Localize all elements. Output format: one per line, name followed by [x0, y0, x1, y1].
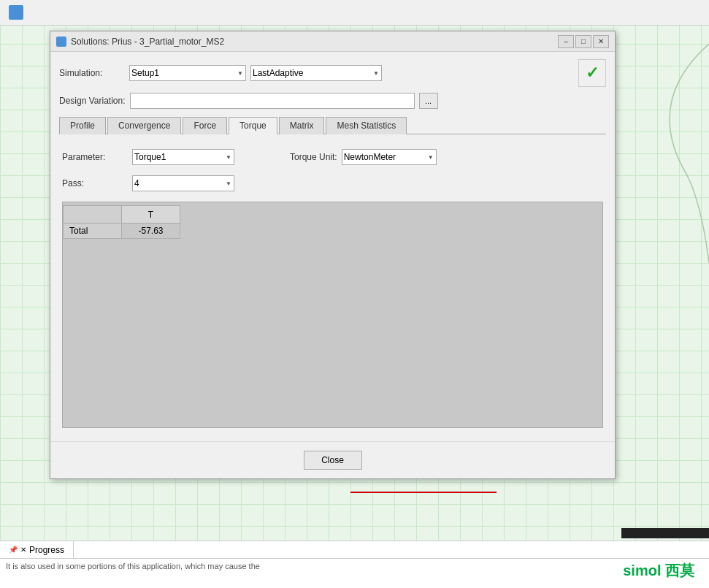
torque-unit-label: Torque Unit: [290, 152, 337, 162]
browse-button[interactable]: ... [419, 93, 438, 109]
table-cell-spacer [180, 224, 602, 239]
black-bar-accent [621, 528, 709, 538]
pass-select[interactable]: 4 [132, 175, 234, 191]
simulation-row: Simulation: Setup1 LastAdaptive ✓ [59, 59, 606, 87]
torque-unit-group: Torque Unit: NewtonMeter [290, 149, 437, 165]
parameter-group: Parameter: Torque1 [62, 149, 234, 165]
taskbar-icon [9, 5, 23, 20]
torque-unit-select[interactable]: NewtonMeter [342, 149, 437, 165]
simol-logo: simol 西莫 [623, 561, 694, 581]
title-left: Solutions: Prius - 3_Partial_motor_MS2 [56, 37, 224, 47]
close-button[interactable]: Close [304, 451, 362, 470]
parameter-select-wrapper: Torque1 [132, 149, 234, 165]
parameter-row: Parameter: Torque1 Torque Unit: NewtonMe… [62, 149, 603, 165]
table-header-t: T [122, 206, 180, 224]
torque-tab-content: Parameter: Torque1 Torque Unit: NewtonMe… [59, 143, 606, 434]
data-table-container: T Total -57.63 [62, 202, 603, 428]
parameter-select[interactable]: Torque1 [132, 149, 234, 165]
minimize-button[interactable]: – [558, 35, 574, 48]
tab-mesh-statistics[interactable]: Mesh Statistics [326, 117, 407, 134]
bottom-tab-label: Progress [29, 545, 64, 555]
tab-matrix[interactable]: Matrix [279, 117, 325, 134]
pass-group: Pass: 4 [62, 175, 234, 191]
bottom-tab-bar: 📌 ✕ Progress [0, 541, 709, 559]
dialog-footer: Close [50, 441, 615, 478]
simulation-select[interactable]: Setup1 [129, 65, 246, 81]
taskbar [0, 0, 709, 26]
tab-profile[interactable]: Profile [59, 117, 106, 134]
tab-bar: Profile Convergence Force Torque Matrix … [59, 116, 606, 134]
design-variation-row: Design Variation: ... [59, 93, 606, 109]
bottom-panel: 📌 ✕ Progress It is also used in some por… [0, 541, 709, 588]
results-table: T Total -57.63 [63, 205, 602, 239]
lastadaptive-select-wrapper: LastAdaptive [250, 65, 382, 81]
table-header-spacer [180, 206, 602, 224]
table-cell-t: -57.63 [122, 224, 180, 239]
tab-force[interactable]: Force [183, 117, 227, 134]
dialog-body: Simulation: Setup1 LastAdaptive ✓ Design… [50, 52, 615, 441]
pass-label: Pass: [62, 178, 128, 188]
simulation-select-wrapper: Setup1 [129, 65, 246, 81]
bottom-tab-pin-icon: 📌 [9, 546, 18, 554]
close-window-button[interactable]: ✕ [593, 35, 609, 48]
pass-select-wrapper: 4 [132, 175, 234, 191]
bottom-tab-progress[interactable]: 📌 ✕ Progress [0, 541, 74, 558]
pass-row: Pass: 4 [62, 175, 603, 191]
dialog-titlebar: Solutions: Prius - 3_Partial_motor_MS2 –… [50, 31, 615, 52]
lastadaptive-select[interactable]: LastAdaptive [250, 65, 382, 81]
window-controls: – □ ✕ [558, 35, 609, 48]
table-header-empty [64, 206, 122, 224]
maximize-button[interactable]: □ [575, 35, 591, 48]
design-variation-input[interactable] [130, 93, 415, 109]
dialog-app-icon [56, 37, 66, 47]
design-variation-label: Design Variation: [59, 96, 126, 106]
solutions-dialog: Solutions: Prius - 3_Partial_motor_MS2 –… [50, 31, 616, 479]
parameter-label: Parameter: [62, 152, 128, 162]
red-line-accent [350, 492, 497, 493]
table-cell-label: Total [64, 224, 122, 239]
tab-convergence[interactable]: Convergence [107, 117, 181, 134]
torque-unit-select-wrapper: NewtonMeter [342, 149, 437, 165]
tab-torque[interactable]: Torque [229, 117, 277, 134]
bottom-content-text: It is also used in some portions of this… [0, 559, 709, 573]
bottom-tab-close-icon[interactable]: ✕ [20, 546, 26, 554]
apply-button[interactable]: ✓ [578, 59, 606, 87]
simulation-label: Simulation: [59, 68, 125, 78]
dialog-title: Solutions: Prius - 3_Partial_motor_MS2 [71, 37, 224, 47]
table-row: Total -57.63 [64, 224, 602, 239]
checkmark-icon: ✓ [586, 64, 599, 83]
